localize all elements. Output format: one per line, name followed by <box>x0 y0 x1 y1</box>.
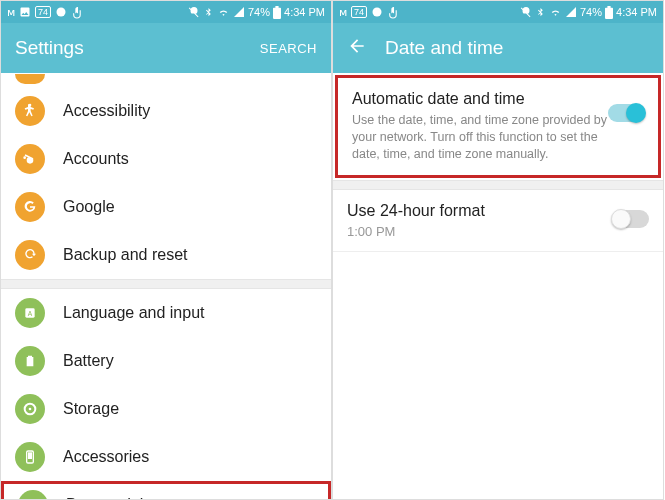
setting-24-hour[interactable]: Use 24-hour format 1:00 PM <box>333 190 663 251</box>
status-left: ᴍ 74 <box>339 6 400 19</box>
app-bar: Date and time <box>333 23 663 73</box>
battery-percent: 74% <box>580 6 602 18</box>
badge-74-icon: 74 <box>351 6 367 18</box>
m-icon: ᴍ <box>339 6 347 19</box>
language-icon: A <box>15 298 45 328</box>
back-button[interactable] <box>347 36 367 60</box>
list-item-backup-reset[interactable]: Backup and reset <box>1 231 331 279</box>
setting-auto-date-time[interactable]: Automatic date and time Use the date, ti… <box>338 78 658 175</box>
highlight-auto-date-time: Automatic date and time Use the date, ti… <box>335 75 661 178</box>
battery-percent: 74% <box>248 6 270 18</box>
setting-desc: Use the date, time, and time zone provid… <box>352 112 608 163</box>
svg-rect-7 <box>28 452 32 459</box>
status-left: ᴍ 74 <box>7 6 84 19</box>
list-item-accessibility[interactable]: Accessibility <box>1 87 331 135</box>
accessibility-icon <box>15 96 45 126</box>
list-item-google[interactable]: Google <box>1 183 331 231</box>
bluetooth-icon <box>535 7 546 18</box>
m-icon: ᴍ <box>7 6 15 19</box>
list-item-battery[interactable]: Battery <box>1 337 331 385</box>
item-label: Battery <box>63 352 114 370</box>
storage-icon <box>15 394 45 424</box>
image-icon <box>19 6 31 18</box>
circle-icon <box>55 6 67 18</box>
24-hour-toggle[interactable] <box>613 210 649 228</box>
item-label: Storage <box>63 400 119 418</box>
clock-time: 4:34 PM <box>284 6 325 18</box>
wifi-icon <box>217 6 230 19</box>
partial-icon <box>15 74 45 84</box>
setting-title: Automatic date and time <box>352 90 608 108</box>
circle-icon <box>371 6 383 18</box>
accessories-icon <box>15 442 45 472</box>
status-bar: ᴍ 74 74% 4:34 PM <box>333 1 663 23</box>
auto-date-time-toggle[interactable] <box>608 104 644 122</box>
list-item-partial[interactable] <box>1 73 331 87</box>
svg-point-0 <box>57 8 66 17</box>
bluetooth-icon <box>203 7 214 18</box>
svg-text:A: A <box>28 310 33 317</box>
list-item-accessories[interactable]: Accessories <box>1 433 331 481</box>
accounts-icon <box>15 144 45 174</box>
wifi-icon <box>549 6 562 19</box>
status-right: 74% 4:34 PM <box>188 6 325 19</box>
hand-icon <box>71 6 84 19</box>
clock-time: 4:34 PM <box>616 6 657 18</box>
item-label: Accounts <box>63 150 129 168</box>
signal-icon <box>565 6 577 18</box>
list-item-language[interactable]: A Language and input <box>1 289 331 337</box>
setting-title: Use 24-hour format <box>347 202 613 220</box>
date-time-content: Automatic date and time Use the date, ti… <box>333 73 663 499</box>
item-label: Date and time <box>66 496 166 499</box>
alarm-off-icon <box>188 6 200 18</box>
battery-icon <box>605 6 613 19</box>
item-label: Language and input <box>63 304 204 322</box>
svg-point-10 <box>373 8 382 17</box>
date-time-screen: ᴍ 74 74% 4:34 PM Date and time Automatic… <box>332 0 664 500</box>
page-title: Settings <box>15 37 260 59</box>
item-label: Accessories <box>63 448 149 466</box>
section-divider <box>1 279 331 289</box>
divider <box>333 251 663 252</box>
status-bar: ᴍ 74 74% 4:34 PM <box>1 1 331 23</box>
page-title: Date and time <box>385 37 649 59</box>
battery-setting-icon <box>15 346 45 376</box>
svg-point-5 <box>29 408 32 411</box>
svg-point-1 <box>29 104 32 107</box>
alarm-off-icon <box>520 6 532 18</box>
battery-icon <box>273 6 281 19</box>
status-right: 74% 4:34 PM <box>520 6 657 19</box>
list-item-storage[interactable]: Storage <box>1 385 331 433</box>
settings-screen: ᴍ 74 74% 4:34 PM Settings SEARCH Access <box>0 0 332 500</box>
app-bar: Settings SEARCH <box>1 23 331 73</box>
date-time-icon <box>18 490 48 499</box>
settings-list[interactable]: Accessibility Accounts Google Backup and… <box>1 73 331 499</box>
item-label: Accessibility <box>63 102 150 120</box>
backup-icon <box>15 240 45 270</box>
list-item-accounts[interactable]: Accounts <box>1 135 331 183</box>
hand-icon <box>387 6 400 19</box>
search-button[interactable]: SEARCH <box>260 41 317 56</box>
list-item-date-time[interactable]: Date and time <box>1 481 331 499</box>
google-icon <box>15 192 45 222</box>
section-divider <box>333 180 663 190</box>
item-label: Google <box>63 198 115 216</box>
badge-74-icon: 74 <box>35 6 51 18</box>
setting-sub: 1:00 PM <box>347 224 613 239</box>
item-label: Backup and reset <box>63 246 188 264</box>
signal-icon <box>233 6 245 18</box>
